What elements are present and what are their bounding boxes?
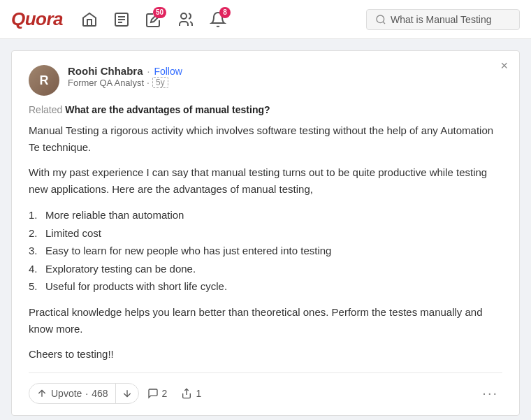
comment-button[interactable]: 2 xyxy=(142,384,173,403)
list-item: 4.Exploratory testing can be done. xyxy=(29,260,502,278)
list-item: 5.Useful for products with short life cy… xyxy=(29,277,502,296)
navbar: Quora 50 xyxy=(0,0,531,39)
search-box[interactable]: What is Manual Testing xyxy=(366,9,520,30)
answer-list: 1.More reliable than automation 2.Limite… xyxy=(29,206,502,296)
search-text: What is Manual Testing xyxy=(391,14,491,25)
downvote-button[interactable] xyxy=(116,384,138,403)
list-item-text: Limited cost xyxy=(45,227,101,239)
user-info: Roohi Chhabra · Follow Former QA Analyst… xyxy=(68,65,182,88)
answer-body: Manual Testing a rigorous activity which… xyxy=(29,122,502,363)
related-row: RelatedWhat are the advantages of manual… xyxy=(29,104,502,115)
related-label: Related xyxy=(29,104,62,115)
user-name: Roohi Chhabra xyxy=(68,65,143,77)
user-name-row: Roohi Chhabra · Follow xyxy=(68,65,182,77)
upvote-count-value: 468 xyxy=(92,388,108,399)
follow-link[interactable]: Follow xyxy=(154,66,182,77)
user-row: R Roohi Chhabra · Follow Former QA Analy… xyxy=(29,65,502,96)
upvote-icon xyxy=(36,388,48,399)
item-num: 3. xyxy=(29,242,38,260)
svg-point-4 xyxy=(181,13,187,19)
people-nav-button[interactable] xyxy=(172,6,200,34)
list-item: 2.Limited cost xyxy=(29,224,502,242)
item-num: 4. xyxy=(29,260,38,278)
upvote-label: Upvote xyxy=(51,388,82,399)
svg-line-6 xyxy=(383,22,385,24)
list-item-text: Easy to learn for new people who has jus… xyxy=(45,245,331,256)
list-item-text: More reliable than automation xyxy=(45,209,184,221)
svg-point-5 xyxy=(377,15,384,23)
bell-badge: 8 xyxy=(219,7,231,18)
list-item: 3.Easy to learn for new people who has j… xyxy=(29,242,502,260)
avatar-image: R xyxy=(29,65,59,96)
upvote-count: · xyxy=(85,388,88,399)
share-icon xyxy=(181,388,192,399)
paragraph-3: Practical knowledge helps you learn bett… xyxy=(29,304,502,338)
upvote-button[interactable]: Upvote · 468 xyxy=(29,383,139,404)
list-item-text: Useful for products with short life cycl… xyxy=(45,280,227,292)
item-num: 5. xyxy=(29,277,38,296)
dot-sep2: · xyxy=(147,77,150,88)
comment-icon xyxy=(147,388,159,399)
paragraph-1: Manual Testing a rigorous activity which… xyxy=(29,122,502,156)
list-item-text: Exploratory testing can be done. xyxy=(45,263,196,275)
notifications-list-nav-button[interactable] xyxy=(108,6,136,34)
user-title: Former QA Analyst · 5y xyxy=(68,77,182,88)
time-badge: 5y xyxy=(152,77,168,88)
close-button[interactable]: × xyxy=(500,59,508,72)
more-button[interactable]: ··· xyxy=(478,384,502,403)
list-item: 1.More reliable than automation xyxy=(29,206,502,224)
avatar: R xyxy=(29,65,59,96)
answer-card: × R Roohi Chhabra · Follow Former QA Ana… xyxy=(11,50,520,416)
nav-icons: 50 8 xyxy=(75,6,361,34)
home-nav-button[interactable] xyxy=(75,6,103,34)
share-button[interactable]: 1 xyxy=(175,384,207,403)
divider xyxy=(29,372,502,373)
edit-badge: 50 xyxy=(153,7,166,18)
item-num: 1. xyxy=(29,206,38,224)
search-icon xyxy=(375,14,386,25)
edit-nav-button[interactable]: 50 xyxy=(140,6,168,34)
user-title-text: Former QA Analyst xyxy=(68,78,144,88)
related-question: What are the advantages of manual testin… xyxy=(65,104,270,115)
main-content: × R Roohi Chhabra · Follow Former QA Ana… xyxy=(0,39,531,420)
paragraph-4: Cheers to testing!! xyxy=(29,346,502,363)
share-count: 1 xyxy=(196,388,201,399)
bell-nav-button[interactable]: 8 xyxy=(204,6,232,34)
paragraph-2: With my past experience I can say that m… xyxy=(29,164,502,198)
downvote-icon xyxy=(122,388,133,399)
action-row: Upvote · 468 2 xyxy=(29,383,502,404)
comment-count: 2 xyxy=(162,388,168,399)
item-num: 2. xyxy=(29,224,38,242)
upvote-inner[interactable]: Upvote · 468 xyxy=(29,384,115,403)
dot-separator: · xyxy=(147,66,150,77)
quora-logo[interactable]: Quora xyxy=(11,8,63,30)
